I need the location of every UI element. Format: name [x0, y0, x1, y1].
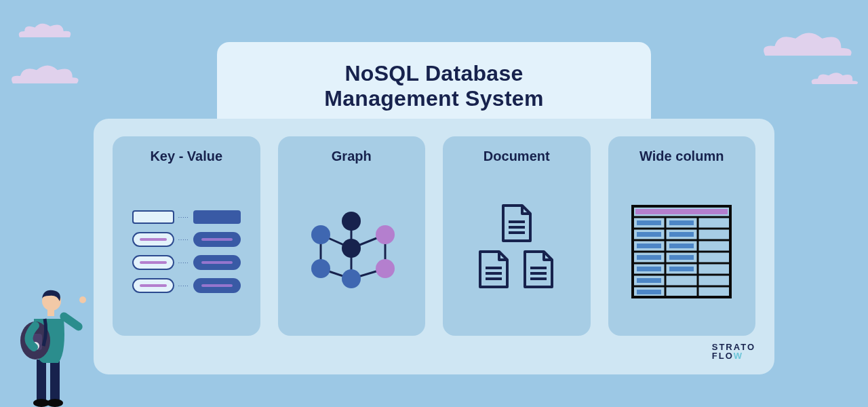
page-title: NoSQL Database Management System — [278, 61, 590, 111]
svg-rect-47 — [37, 360, 46, 400]
svg-point-55 — [79, 296, 86, 303]
person-illustration — [9, 265, 91, 407]
logo-line2-accent: W — [734, 351, 743, 361]
cards-row: Key - Value ····· ····· ···· — [113, 136, 755, 336]
svg-rect-38 — [669, 232, 694, 237]
svg-rect-46 — [637, 290, 661, 294]
svg-point-11 — [342, 239, 361, 258]
svg-point-8 — [311, 225, 330, 244]
svg-point-13 — [376, 225, 395, 244]
wide-column-illustration — [615, 180, 749, 324]
svg-rect-41 — [637, 255, 661, 260]
svg-rect-25 — [635, 209, 728, 214]
categories-container: Key - Value ····· ····· ···· — [94, 119, 774, 374]
svg-point-50 — [47, 399, 63, 407]
cloud-decoration — [14, 19, 75, 43]
graph-illustration — [285, 180, 419, 324]
logo-row: STRATO FLOW — [113, 336, 755, 361]
svg-rect-35 — [637, 220, 661, 225]
card-wide-column: Wide column — [608, 136, 756, 336]
svg-rect-37 — [637, 232, 661, 237]
stratoflow-logo: STRATO FLOW — [712, 343, 755, 361]
card-document: Document — [443, 136, 591, 336]
svg-rect-40 — [669, 244, 694, 248]
card-graph: Graph — [278, 136, 426, 336]
svg-point-9 — [311, 259, 330, 278]
document-illustration — [450, 180, 584, 324]
svg-rect-43 — [637, 267, 661, 271]
card-title-wide-column: Wide column — [639, 149, 724, 164]
svg-rect-39 — [637, 244, 661, 248]
svg-point-14 — [376, 259, 395, 278]
cloud-decoration — [760, 27, 854, 65]
cloud-decoration — [807, 68, 861, 90]
key-value-illustration: ····· ····· ····· ·· — [119, 180, 254, 324]
svg-rect-42 — [669, 255, 694, 260]
title-banner: NoSQL Database Management System — [217, 42, 651, 130]
svg-point-12 — [342, 269, 361, 288]
svg-rect-48 — [50, 360, 60, 400]
card-title-document: Document — [484, 149, 550, 164]
card-key-value: Key - Value ····· ····· ···· — [113, 136, 260, 336]
svg-point-10 — [342, 212, 361, 231]
svg-rect-44 — [669, 267, 694, 271]
cloud-decoration — [7, 61, 81, 91]
logo-line2-prefix: FLO — [712, 351, 734, 361]
svg-rect-45 — [637, 278, 661, 283]
svg-rect-36 — [669, 220, 694, 225]
card-title-graph: Graph — [332, 149, 372, 164]
card-title-key-value: Key - Value — [150, 149, 222, 164]
